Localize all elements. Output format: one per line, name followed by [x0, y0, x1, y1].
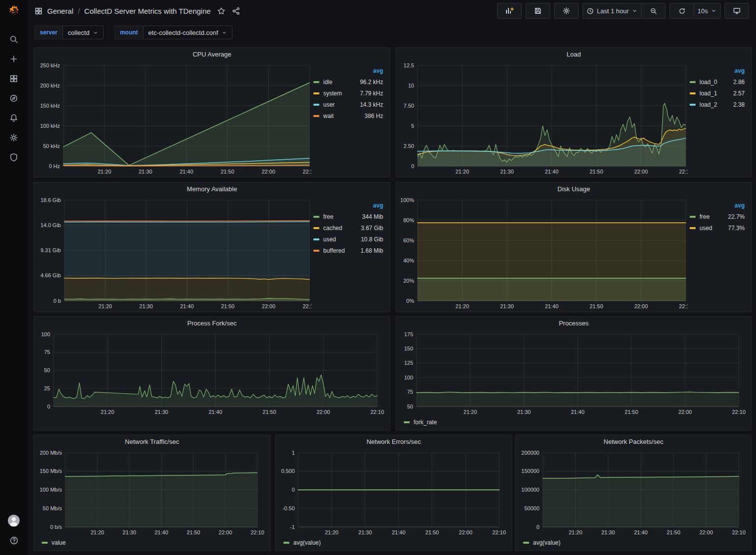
legend-item[interactable]: load_22.38	[689, 99, 746, 110]
panel-legend: avgidle96.2 kHzsystem7.79 kHzuser14.3 kH…	[311, 60, 387, 176]
variable-server-label: server	[34, 26, 62, 39]
series-name: avg(value)	[293, 539, 321, 546]
refresh-interval-picker[interactable]: 10s	[694, 3, 721, 19]
legend-avg-header: avg	[689, 202, 746, 211]
legend-item[interactable]: free22.7%	[689, 211, 746, 222]
time-range-label: Last 1 hour	[597, 7, 629, 15]
svg-text:21:20: 21:20	[464, 409, 477, 415]
refresh-button[interactable]	[670, 3, 694, 19]
legend-item[interactable]: used10.8 Gib	[312, 234, 384, 245]
panel-title[interactable]: Processes	[396, 317, 752, 329]
variable-server: server collectd	[34, 26, 104, 39]
series-name: cached	[323, 225, 342, 232]
dashboards-icon[interactable]	[5, 72, 22, 86]
variable-mount-picker[interactable]: etc-collectd-collectd.conf	[143, 26, 232, 39]
legend-item[interactable]: used77.3%	[689, 222, 746, 234]
legend-item[interactable]: buffered1.68 Mib	[312, 245, 384, 256]
page-title[interactable]: CollectD Server Metrics with TDengine	[84, 7, 211, 15]
svg-text:150 Mb/s: 150 Mb/s	[40, 468, 62, 474]
svg-text:80%: 80%	[403, 217, 414, 223]
panel-title[interactable]: CPU Average	[34, 48, 390, 60]
svg-text:0%: 0%	[406, 298, 414, 304]
svg-text:25: 25	[44, 385, 50, 391]
legend-item[interactable]: cached3.67 Gib	[312, 222, 384, 234]
svg-text:22:00: 22:00	[316, 409, 330, 415]
panel-title[interactable]: Network Packets/sec	[515, 435, 752, 448]
cycle-view-mode-button[interactable]	[725, 3, 749, 19]
svg-text:75: 75	[44, 349, 50, 355]
legend-item[interactable]: system7.79 kHz	[312, 88, 384, 99]
time-range-picker[interactable]: Last 1 hour	[583, 3, 641, 19]
series-avg-value: 7.79 kHz	[360, 90, 383, 97]
chart-canvas[interactable]: 0 Hz50 kHz100 kHz150 kHz200 kHz250 kHz21…	[37, 60, 311, 176]
top-navbar: General / CollectD Server Metrics with T…	[28, 0, 756, 22]
add-panel-button[interactable]	[497, 3, 522, 19]
svg-text:22:10: 22:10	[251, 529, 264, 535]
legend-item[interactable]: user14.3 kHz	[312, 99, 384, 110]
chart-canvas[interactable]: 025507510021:2021:3021:4021:5022:0022:10	[37, 329, 387, 416]
panel-title[interactable]: Process Fork/sec	[34, 317, 390, 329]
help-icon[interactable]	[5, 533, 22, 547]
svg-text:100 kHz: 100 kHz	[40, 123, 60, 129]
legend-item[interactable]: avg(value)	[282, 538, 322, 548]
panel-title[interactable]: Load	[396, 48, 752, 60]
svg-text:100: 100	[41, 331, 50, 337]
dashboard-settings-button[interactable]	[554, 3, 579, 19]
svg-text:21:20: 21:20	[325, 529, 338, 535]
svg-text:75: 75	[407, 389, 413, 395]
svg-text:21:50: 21:50	[625, 409, 639, 415]
series-avg-value: 386 Hz	[364, 113, 383, 119]
breadcrumb-section[interactable]: General	[47, 7, 73, 15]
chart-canvas[interactable]: 0 b4.66 Gib9.31 Gib14.0 Gib18.6 Gib21:20…	[37, 195, 311, 311]
series-name: used	[323, 236, 336, 243]
svg-text:0 b/s: 0 b/s	[50, 524, 62, 530]
svg-text:21:40: 21:40	[571, 409, 585, 415]
legend-item[interactable]: idle96.2 kHz	[312, 76, 384, 88]
svg-text:-0.50: -0.50	[282, 505, 295, 511]
panel-title[interactable]: Network Errors/sec	[276, 435, 512, 448]
panel-legend: avg(value)	[518, 537, 749, 550]
apps-grid-icon[interactable]	[34, 7, 43, 15]
plus-icon[interactable]	[5, 52, 22, 66]
chart-canvas[interactable]: 0 b/s50 Mb/s100 Mb/s150 Mb/s200 Mb/s21:2…	[37, 448, 267, 537]
svg-text:0: 0	[47, 404, 50, 409]
user-avatar[interactable]	[5, 514, 22, 527]
svg-text:9.31 Gib: 9.31 Gib	[40, 247, 61, 253]
series-color-swatch	[690, 216, 696, 218]
series-name: wait	[323, 113, 334, 119]
zoom-out-time-button[interactable]	[641, 3, 666, 19]
legend-item[interactable]: value	[41, 538, 67, 548]
legend-item[interactable]: fork_rate	[403, 417, 438, 427]
variable-server-picker[interactable]: collectd	[62, 26, 104, 39]
configuration-gear-icon[interactable]	[5, 131, 22, 145]
save-dashboard-button[interactable]	[526, 3, 550, 19]
alerting-bell-icon[interactable]	[5, 111, 22, 125]
svg-text:21:20: 21:20	[98, 169, 112, 175]
chart-canvas[interactable]: -1-0.5000.500121:2021:3021:4021:5022:002…	[279, 448, 509, 537]
panel-title[interactable]: Network Traffic/sec	[34, 435, 270, 448]
legend-item[interactable]: avg(value)	[522, 538, 561, 548]
time-picker-group: Last 1 hour	[583, 3, 666, 19]
chart-canvas[interactable]: 05000010000015000020000021:2021:3021:402…	[518, 448, 749, 537]
share-icon[interactable]	[232, 7, 240, 15]
star-favorite-icon[interactable]	[217, 7, 225, 15]
chart-canvas[interactable]: 507510012515017521:2021:3021:4021:5022:0…	[399, 329, 749, 416]
legend-item[interactable]: wait386 Hz	[312, 110, 384, 121]
explore-compass-icon[interactable]	[5, 91, 22, 105]
svg-text:21:40: 21:40	[180, 303, 194, 309]
legend-item[interactable]: free344 Mib	[312, 211, 384, 222]
server-admin-shield-icon[interactable]	[5, 150, 22, 164]
legend-item[interactable]: load_12.57	[689, 88, 746, 99]
grafana-logo[interactable]	[6, 4, 21, 19]
search-icon[interactable]	[5, 32, 22, 46]
chart-canvas[interactable]: 0%20%40%60%80%100%21:2021:3021:4021:5022…	[399, 195, 688, 311]
chart-canvas[interactable]: 02.5057.501012.521:2021:3021:4021:5022:0…	[399, 60, 688, 176]
svg-text:21:40: 21:40	[180, 169, 194, 175]
svg-text:1: 1	[292, 450, 295, 456]
legend-item[interactable]: load_02.86	[689, 76, 746, 88]
series-color-swatch	[313, 238, 319, 240]
panel-title[interactable]: Disk Usage	[396, 182, 752, 195]
svg-text:22:00: 22:00	[262, 169, 276, 175]
panel-memory-available: Memory Available 0 b4.66 Gib9.31 Gib14.0…	[33, 182, 391, 312]
panel-title[interactable]: Memory Available	[34, 182, 390, 195]
